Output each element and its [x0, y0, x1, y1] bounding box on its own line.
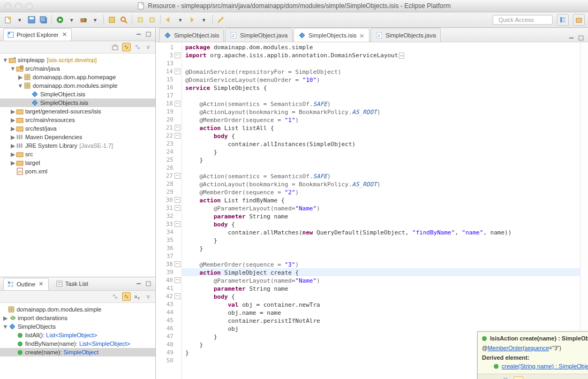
minimize-window-icon[interactable] [15, 3, 22, 10]
close-window-icon[interactable] [4, 3, 11, 10]
open-declaration-icon[interactable] [514, 376, 523, 379]
focus-icon[interactable] [111, 293, 119, 300]
code-content[interactable]: package domainapp.dom.modules.simpleimpo… [182, 42, 580, 379]
svg-rect-0 [138, 3, 144, 9]
zoom-window-icon[interactable] [26, 3, 33, 10]
file-icon [137, 2, 145, 10]
prev-annotation-button[interactable] [147, 15, 157, 25]
ext-tools-dropdown-icon[interactable]: ▾ [91, 15, 100, 25]
method-icon [16, 340, 24, 347]
project-node[interactable]: ▼simpleapp[isis-script develop] [0, 56, 155, 64]
svg-rect-45 [19, 135, 20, 139]
workbench: Project Explorer ✕ ▿ ▼simpleapp[isis-scr… [0, 28, 588, 379]
back-dropdown-icon[interactable]: ▾ [176, 15, 185, 25]
close-icon[interactable]: ✕ [61, 31, 68, 39]
source-folder-icon [16, 125, 24, 132]
tab-simpleobjects-java[interactable]: JSimpleObjects.java [371, 28, 441, 42]
minimize-editor-icon[interactable] [568, 34, 575, 42]
svg-rect-47 [17, 143, 18, 148]
generate-button[interactable] [107, 15, 117, 25]
save-button[interactable] [27, 15, 36, 25]
file-simpleobject-isis[interactable]: SimpleObject.isis [0, 90, 155, 98]
window-controls [4, 3, 33, 10]
gen-sources-node[interactable]: ▶target/generated-sources/isis [0, 107, 155, 116]
svg-marker-75 [299, 33, 305, 38]
resource-perspective-button[interactable] [573, 14, 585, 26]
pkg-simple-node[interactable]: ▼domainapp.dom.modules.simple [0, 81, 155, 90]
open-perspective-button[interactable] [557, 14, 569, 26]
project-explorer-tree[interactable]: ▼simpleapp[isis-script develop] ▼src/mai… [0, 54, 155, 277]
overview-ruler[interactable] [580, 42, 588, 379]
jre-node[interactable]: ▶JRE System Library[JavaSE-1.7] [0, 141, 155, 150]
file-simpleobjects-isis[interactable]: SimpleObjects.isis [0, 98, 155, 107]
outline-tab[interactable]: Outline ✕ [3, 278, 49, 290]
save-all-button[interactable] [39, 15, 48, 25]
run-button[interactable] [55, 15, 65, 25]
forward-button[interactable] [187, 15, 197, 25]
maven-deps-node[interactable]: ▶Maven Dependencies [0, 133, 155, 141]
outline-imports-row[interactable]: ▶import declarations [0, 314, 155, 322]
tab-simpleobject-isis[interactable]: SimpleObject.isis [159, 28, 224, 42]
maximize-view-icon[interactable] [145, 280, 152, 287]
outline-findbyname-row[interactable]: findByName(name) : List<SimpleObject> [0, 339, 155, 348]
outline-tree[interactable]: domainapp.dom.modules.simple ▶import dec… [0, 303, 155, 379]
src-main-java-node[interactable]: ▼src/main/java [0, 64, 155, 73]
collapse-all-icon[interactable] [111, 43, 119, 51]
isis-file-icon [298, 32, 306, 39]
close-icon[interactable]: ✕ [37, 281, 45, 288]
outline-service-row[interactable]: ▼SimpleObjects [0, 322, 155, 331]
outline-label: Outline [17, 281, 35, 287]
tab-simpleobjects-isis[interactable]: SimpleObjects.isis✕ [293, 28, 370, 42]
minimize-view-icon[interactable] [135, 31, 142, 38]
next-annotation-button[interactable] [135, 15, 145, 25]
src-folder-node[interactable]: ▶src [0, 150, 155, 158]
svg-text:J: J [378, 33, 380, 38]
sort-icon[interactable]: az [134, 293, 141, 300]
editor-area[interactable]: 13−1314−15161718−192021−22−2324252627−28… [156, 42, 588, 379]
pom-node[interactable]: mpom.xml [0, 167, 155, 176]
close-icon[interactable]: ✕ [359, 33, 365, 38]
svg-rect-19 [563, 17, 566, 19]
tasklist-tab[interactable]: Task List [52, 277, 92, 290]
svg-marker-40 [32, 100, 37, 105]
svg-rect-23 [8, 32, 10, 34]
target-folder-node[interactable]: ▶target [0, 158, 155, 167]
forward-icon[interactable]: ⇨ [492, 377, 497, 380]
src-test-java-node[interactable]: ▶src/test/java [0, 124, 155, 133]
focus-task-icon[interactable] [134, 43, 141, 51]
search-button[interactable] [119, 15, 129, 25]
back-button[interactable] [164, 15, 174, 25]
method-icon [16, 348, 24, 356]
forward-dropdown-icon[interactable]: ▾ [199, 15, 209, 25]
ext-tools-button[interactable] [79, 15, 88, 25]
maximize-editor-icon[interactable] [577, 34, 585, 42]
view-menu-icon[interactable]: ▿ [145, 43, 152, 51]
run-dropdown-icon[interactable]: ▾ [67, 15, 77, 25]
pkg-homepage-node[interactable]: ▶domainapp.dom.app.homepage [0, 73, 155, 81]
view-menu-icon[interactable]: ▿ [145, 293, 152, 300]
library-icon [16, 142, 24, 149]
svg-rect-56 [8, 285, 10, 287]
link-editor-icon[interactable] [122, 292, 131, 301]
minimize-view-icon[interactable] [135, 280, 142, 287]
project-explorer-tab[interactable]: Project Explorer ✕ [3, 28, 72, 41]
link-editor-icon[interactable] [122, 43, 131, 51]
maximize-view-icon[interactable] [145, 31, 152, 38]
outline-listall-row[interactable]: listAll() : List<SimpleObject> [0, 331, 155, 339]
back-icon[interactable]: ⇦ [482, 377, 487, 380]
outline-create-row[interactable]: create(name) : SimpleObject [0, 348, 155, 357]
svg-text:m: m [18, 170, 21, 173]
new-dropdown-icon[interactable]: ▾ [15, 15, 25, 25]
quick-access-input[interactable]: Quick Access [493, 15, 553, 25]
outline-toolbar: az ▿ [0, 291, 155, 303]
outline-pkg-row[interactable]: domainapp.dom.modules.simple [0, 305, 155, 314]
library-icon [16, 133, 24, 141]
package-icon [24, 73, 31, 81]
pin-button[interactable] [216, 15, 225, 25]
at-icon[interactable]: @ [502, 377, 508, 379]
svg-rect-30 [14, 57, 16, 59]
src-main-res-node[interactable]: ▶src/main/resources [0, 116, 155, 124]
tab-simpleobject-java[interactable]: JSimpleObject.java [225, 28, 292, 42]
svg-rect-61 [137, 283, 141, 284]
new-button[interactable] [3, 15, 13, 25]
